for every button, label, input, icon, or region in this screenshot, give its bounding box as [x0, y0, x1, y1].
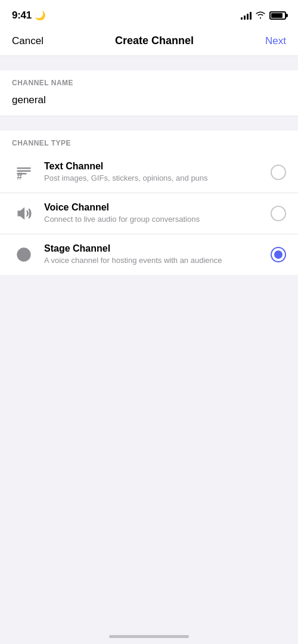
channel-name-input[interactable] [12, 94, 286, 106]
section-gap-1 [0, 56, 298, 70]
text-channel-icon: # [12, 160, 36, 184]
channel-type-label: CHANNEL TYPE [0, 131, 298, 152]
home-indicator [109, 635, 189, 638]
stage-channel-name: Stage Channel [44, 243, 265, 254]
section-gap-2 [0, 116, 298, 131]
channel-type-text[interactable]: # Text Channel Post images, GIFs, sticke… [0, 152, 298, 193]
svg-text:#: # [17, 171, 22, 181]
channel-type-voice[interactable]: Voice Channel Connect to live audio for … [0, 193, 298, 234]
nav-bar: Cancel Create Channel Next [0, 29, 298, 56]
voice-channel-name: Voice Channel [44, 202, 265, 213]
next-button[interactable]: Next [265, 35, 286, 47]
stage-channel-desc: A voice channel for hosting events with … [44, 255, 265, 266]
voice-channel-icon [12, 202, 36, 225]
text-channel-name: Text Channel [44, 161, 265, 172]
channel-name-input-row [0, 92, 298, 116]
channel-type-section: CHANNEL TYPE # Text Channel Post images,… [0, 131, 298, 275]
stage-channel-icon [12, 243, 36, 267]
stage-channel-radio[interactable] [271, 247, 286, 262]
text-channel-info: Text Channel Post images, GIFs, stickers… [44, 161, 265, 184]
status-bar: 9:41 🌙 [0, 0, 298, 29]
voice-channel-radio[interactable] [271, 206, 286, 221]
page-title: Create Channel [115, 35, 194, 47]
status-icons [241, 11, 286, 21]
moon-icon: 🌙 [35, 10, 46, 21]
channel-name-label: CHANNEL NAME [0, 70, 298, 92]
channel-type-stage[interactable]: Stage Channel A voice channel for hostin… [0, 234, 298, 275]
status-time: 9:41 [12, 10, 32, 21]
cancel-button[interactable]: Cancel [12, 35, 44, 47]
channel-name-section: CHANNEL NAME [0, 70, 298, 116]
text-channel-desc: Post images, GIFs, stickers, opinions, a… [44, 173, 265, 184]
wifi-icon [255, 11, 266, 21]
signal-bars-icon [241, 11, 252, 20]
voice-channel-desc: Connect to live audio for group conversa… [44, 214, 265, 225]
battery-icon [269, 11, 286, 20]
svg-marker-1 [18, 208, 25, 220]
text-channel-radio[interactable] [271, 165, 286, 180]
svg-point-4 [23, 253, 25, 256]
voice-channel-info: Voice Channel Connect to live audio for … [44, 202, 265, 225]
stage-channel-info: Stage Channel A voice channel for hostin… [44, 243, 265, 266]
